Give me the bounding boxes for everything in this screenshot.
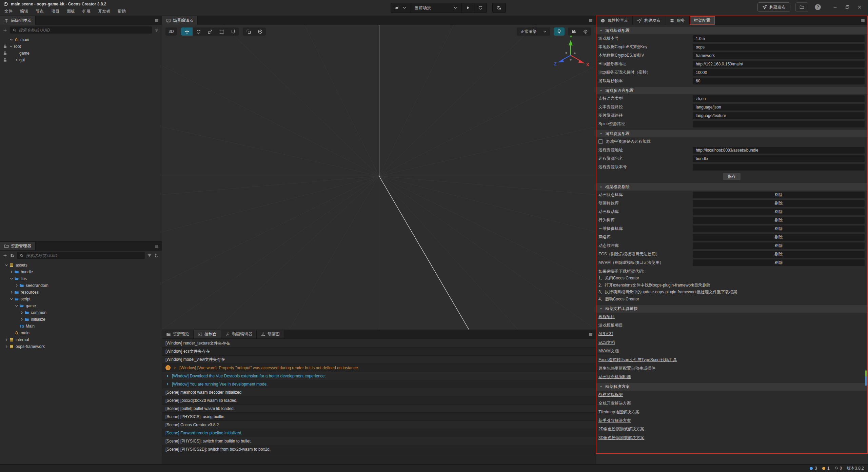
menu-icon[interactable] — [154, 244, 159, 249]
menu-编辑[interactable]: 编辑 — [16, 7, 32, 15]
menu-icon[interactable] — [154, 18, 159, 23]
menu-icon[interactable] — [588, 332, 593, 337]
link-教程项目[interactable]: 教程项目 — [598, 314, 615, 320]
hierarchy-node-game[interactable]: game — [0, 50, 162, 57]
add-node-icon[interactable] — [3, 28, 7, 33]
build-publish-button[interactable]: 构建发布 — [757, 2, 790, 12]
axis-gizmo[interactable]: YXZ — [554, 35, 589, 67]
remove-module-button[interactable]: 剔除 — [693, 234, 865, 241]
dimension-toggle-button[interactable]: 3D — [165, 27, 177, 36]
reload-button[interactable] — [474, 3, 487, 13]
link-动画状态机编辑器[interactable]: 动画状态机编辑器 — [598, 374, 631, 380]
link-Excel格式转Json文件与TypeScript代码工具[interactable]: Excel格式转Json文件与TypeScript代码工具 — [598, 357, 677, 363]
field-input-Http服务器请求超时（毫秒）[interactable] — [693, 69, 865, 76]
play-button[interactable] — [462, 3, 474, 13]
maximize-button[interactable] — [842, 3, 852, 12]
asset-node-assets[interactable]: assets — [0, 262, 162, 269]
link-2D角色扮演游戏解决方案[interactable]: 2D角色扮演游戏解决方案 — [598, 426, 644, 432]
field-input-文本资源路径[interactable] — [693, 104, 865, 111]
status-count[interactable]: 0 — [834, 466, 842, 471]
link-战棋游戏框架[interactable]: 战棋游戏框架 — [598, 392, 623, 398]
menu-icon[interactable] — [861, 18, 865, 23]
remove-module-button[interactable]: 剔除 — [693, 192, 865, 198]
log-row[interactable]: ![Window] [Vue warn]: Property "onInput"… — [162, 364, 596, 372]
rect-tool-button[interactable] — [216, 27, 227, 36]
move-tool-button[interactable] — [181, 27, 193, 36]
tab-动画编辑器[interactable]: 动画编辑器 — [221, 330, 257, 338]
scene-select[interactable]: 当前场景 — [411, 3, 462, 13]
preview-qr-button[interactable] — [492, 3, 506, 13]
checkbox-icon[interactable] — [598, 139, 603, 144]
field-input-Spine资源路径[interactable] — [693, 121, 865, 127]
remove-module-button[interactable]: 剔除 — [693, 200, 865, 207]
scene-light-toggle[interactable] — [554, 27, 565, 36]
tab-资源预览[interactable]: 资源预览 — [162, 330, 194, 338]
minimize-button[interactable] — [830, 3, 840, 12]
remove-module-button[interactable]: 剔除 — [693, 251, 865, 258]
tab-控制台[interactable]: 控制台 — [194, 330, 221, 338]
open-project-folder-button[interactable] — [795, 2, 808, 12]
tab-框架配置[interactable]: 框架配置 — [690, 16, 715, 25]
gizmo-space-button[interactable] — [254, 27, 266, 36]
remove-module-button[interactable]: 剔除 — [693, 217, 865, 224]
menu-面板[interactable]: 面板 — [63, 7, 79, 15]
menu-扩展[interactable]: 扩展 — [79, 7, 94, 15]
tab-assets[interactable]: 资源管理器 — [0, 242, 36, 250]
hierarchy-search[interactable] — [10, 26, 152, 34]
expand-icon[interactable] — [173, 366, 177, 370]
log-row[interactable]: [Scene] [box2d]:box2d wasm lib loaded. — [162, 396, 596, 405]
log-row[interactable]: [Scene] Forward render pipeline initiali… — [162, 429, 596, 437]
asset-node-Main[interactable]: TSMain — [0, 323, 162, 330]
remove-module-button[interactable]: 剔除 — [693, 259, 865, 266]
transform-gizmo-button[interactable] — [227, 27, 239, 36]
asset-node-seedrandom[interactable]: seedrandom — [0, 282, 162, 289]
expand-icon[interactable] — [165, 374, 170, 378]
log-row[interactable]: [Window] You are running Vue in developm… — [162, 380, 596, 388]
hierarchy-search-input[interactable] — [19, 28, 149, 33]
log-row[interactable]: [Window] ecs文件夹存在 — [162, 348, 596, 356]
field-input-Http服务器地址[interactable] — [693, 61, 865, 67]
remove-module-button[interactable]: 剔除 — [693, 225, 865, 232]
menu-文件[interactable]: 文件 — [1, 7, 16, 15]
log-row[interactable]: [Scene] [PHYSICS]: switch from builtin t… — [162, 437, 596, 445]
field-input-游戏版本号[interactable] — [693, 35, 865, 42]
tab-服务[interactable]: 服务 — [665, 16, 690, 25]
log-row[interactable]: [Scene] [PHYSICS2D]: switch from box2d-w… — [162, 445, 596, 453]
log-row[interactable]: [Window] Download the Vue Devtools exten… — [162, 372, 596, 380]
log-row[interactable]: [Window] render_texture文件夹存在 — [162, 339, 596, 348]
scene-settings-button[interactable] — [579, 27, 591, 36]
log-row[interactable]: [Scene] Cocos Creator v3.8.2 — [162, 421, 596, 429]
asset-node-initialize[interactable]: initialize — [0, 316, 162, 323]
scale-tool-button[interactable] — [204, 27, 216, 36]
menu-节点[interactable]: 节点 — [32, 7, 47, 15]
log-row[interactable]: [Window] model_view文件夹存在 — [162, 356, 596, 364]
snap-settings-button[interactable] — [243, 27, 254, 36]
field-input-游戏每秒帧率[interactable] — [693, 78, 865, 84]
assets-search-input[interactable] — [26, 253, 142, 258]
section-header-游戏资源配置[interactable]: 游戏资源配置 — [596, 130, 868, 137]
field-input-远程资源包名[interactable] — [693, 155, 865, 162]
field-input-远程资源地址[interactable] — [693, 147, 865, 154]
asset-node-oops-framework[interactable]: oops-framework — [0, 343, 162, 350]
link-原生包热更新配置自动生成插件[interactable]: 原生包热更新配置自动生成插件 — [598, 366, 655, 371]
remote-load-checkbox-row[interactable]: 游戏中资源是否远程加载 — [596, 137, 868, 146]
link-3D角色扮演游戏解决方案[interactable]: 3D角色扮演游戏解决方案 — [598, 435, 644, 441]
link-游戏模板项目[interactable]: 游戏模板项目 — [598, 322, 623, 328]
scene-viewport[interactable]: YXZ 3D 正常渲染 — [162, 25, 596, 330]
link-API文档[interactable]: API文档 — [598, 331, 613, 337]
log-row[interactable]: [Scene] meshopt wasm decoder initialized — [162, 388, 596, 396]
section-header-框架文档工具链接[interactable]: 框架文档工具链接 — [596, 305, 868, 313]
hierarchy-node-main[interactable]: main — [0, 36, 162, 43]
save-button[interactable]: 保存 — [723, 173, 741, 180]
render-mode-select[interactable]: 正常渲染 — [517, 27, 550, 36]
close-button[interactable] — [854, 3, 865, 12]
asset-node-game[interactable]: game — [0, 302, 162, 309]
field-input-远程资源版本号[interactable] — [693, 164, 865, 171]
link-Tiledmap地图解决方案[interactable]: Tiledmap地图解决方案 — [598, 409, 639, 415]
field-input-本地数据CryptoES加密IV[interactable] — [693, 52, 865, 59]
expand-icon[interactable] — [165, 382, 170, 386]
help-button[interactable]: ? — [813, 3, 822, 12]
field-input-支持语言类型[interactable] — [693, 95, 865, 102]
tab-动画图[interactable]: 动画图 — [257, 330, 284, 338]
tab-构建发布[interactable]: 构建发布 — [633, 16, 665, 25]
